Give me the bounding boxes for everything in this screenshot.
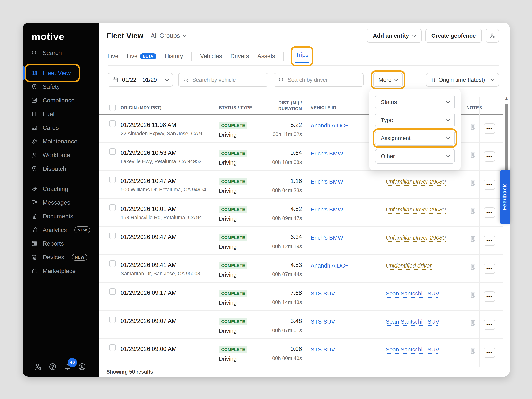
row-checkbox[interactable] bbox=[109, 344, 116, 351]
notifications-button[interactable]: 40 bbox=[63, 362, 72, 371]
sidebar-item-documents[interactable]: Documents bbox=[27, 209, 78, 223]
account-button[interactable] bbox=[78, 362, 86, 371]
bag-icon bbox=[31, 268, 38, 274]
row-menu-button[interactable]: ••• bbox=[484, 291, 495, 302]
tab-vehicles[interactable]: Vehicles bbox=[200, 53, 222, 60]
driver-link[interactable]: Sean Santschi - SUV bbox=[386, 346, 439, 353]
vehicle-search-input[interactable] bbox=[192, 77, 264, 83]
tab-label: History bbox=[165, 53, 183, 60]
sidebar-item-cards[interactable]: Cards bbox=[27, 121, 78, 134]
date-range-picker[interactable]: 01/22 – 01/29 bbox=[108, 73, 173, 87]
driver-link[interactable]: Sean Santschi - SUV bbox=[386, 290, 439, 297]
group-selector[interactable]: All Groups bbox=[151, 32, 186, 39]
add-entity-button[interactable]: Add an entity bbox=[367, 29, 422, 43]
sidebar-item-marketplace[interactable]: Marketplace bbox=[27, 264, 78, 278]
row-menu-button[interactable]: ••• bbox=[484, 236, 495, 246]
scrollbar-up-arrow[interactable]: ▲ bbox=[504, 96, 509, 101]
active-tab-underline bbox=[295, 62, 309, 63]
tab-drivers[interactable]: Drivers bbox=[230, 53, 249, 60]
note-icon[interactable] bbox=[469, 291, 477, 299]
driver-link[interactable]: Sean Santschi - SUV bbox=[386, 318, 439, 325]
sort-button[interactable]: ↑↓ Origin time (latest) bbox=[426, 73, 499, 87]
row-menu-button[interactable]: ••• bbox=[484, 180, 495, 190]
sidebar-item-safety[interactable]: Safety bbox=[27, 80, 78, 94]
driver-link[interactable]: Unfamiliar Driver 29080 bbox=[386, 206, 446, 213]
tab-assets[interactable]: Assets bbox=[257, 53, 275, 60]
sidebar-item-analytics[interactable]: AnalyticsNEW bbox=[27, 223, 78, 237]
admin-user-button[interactable] bbox=[486, 29, 499, 43]
shield-icon bbox=[31, 83, 38, 90]
vehicle-link[interactable]: Erich's BMW bbox=[311, 150, 343, 157]
filter-select-other[interactable]: Other bbox=[375, 149, 455, 164]
row-checkbox[interactable] bbox=[109, 317, 116, 323]
note-icon[interactable] bbox=[469, 263, 477, 272]
vehicle-link[interactable]: Erich's BMW bbox=[311, 178, 343, 185]
tab-label: Live bbox=[127, 53, 138, 60]
note-icon[interactable] bbox=[469, 319, 477, 328]
row-checkbox[interactable] bbox=[109, 120, 116, 127]
sidebar-item-devices[interactable]: DevicesNEW bbox=[27, 250, 78, 264]
feedback-tab[interactable]: Feedback bbox=[500, 170, 510, 224]
note-icon[interactable] bbox=[469, 347, 477, 355]
note-icon[interactable] bbox=[469, 235, 477, 244]
sidebar-item-search[interactable]: Search bbox=[27, 46, 78, 60]
row-menu-button[interactable]: ••• bbox=[484, 208, 495, 218]
table-row: 01/29/2026 09:17 AMCOMPLETEDriving7.6800… bbox=[99, 283, 504, 311]
driver-link[interactable]: Unidentified driver bbox=[386, 262, 432, 269]
tab-live[interactable]: Live bbox=[108, 53, 118, 60]
sidebar-item-messages[interactable]: Messages bbox=[27, 196, 78, 209]
row-checkbox[interactable] bbox=[109, 260, 116, 267]
row-menu-button[interactable]: ••• bbox=[484, 124, 495, 134]
note-icon[interactable] bbox=[469, 207, 477, 215]
vehicle-link[interactable]: Anandh AIDC+ bbox=[311, 262, 348, 269]
sidebar-item-label: Safety bbox=[43, 83, 60, 90]
row-menu-button[interactable]: ••• bbox=[484, 320, 495, 330]
select-all-checkbox[interactable] bbox=[109, 104, 116, 111]
sidebar-item-fleet-view[interactable]: Fleet View bbox=[27, 66, 78, 80]
row-checkbox[interactable] bbox=[109, 148, 116, 155]
vehicle-link[interactable]: STS SUV bbox=[311, 318, 335, 325]
sidebar-item-maintenance[interactable]: Maintenance bbox=[27, 134, 78, 148]
tab-trips[interactable]: Trips bbox=[296, 51, 309, 58]
sidebar-item-dispatch[interactable]: Dispatch bbox=[27, 162, 78, 176]
filter-select-assignment[interactable]: Assignment bbox=[375, 131, 455, 146]
vehicle-link[interactable]: Anandh AIDC+ bbox=[311, 122, 348, 129]
filter-select-status[interactable]: Status bbox=[375, 95, 455, 109]
sidebar-item-label: Messages bbox=[43, 199, 70, 206]
sidebar-item-compliance[interactable]: Compliance bbox=[27, 94, 78, 107]
scrollbar-thumb[interactable] bbox=[505, 104, 508, 176]
driver-link[interactable]: Unfamiliar Driver 29080 bbox=[386, 178, 446, 185]
admin-settings-button[interactable] bbox=[34, 362, 42, 371]
tab-live-beta[interactable]: LiveBETA bbox=[127, 53, 156, 60]
row-checkbox[interactable] bbox=[109, 233, 116, 239]
filter-select-type[interactable]: Type bbox=[375, 113, 455, 127]
sidebar-item-label: Compliance bbox=[43, 97, 75, 104]
sidebar-item-coaching[interactable]: Coaching bbox=[27, 182, 78, 196]
sidebar-item-fuel[interactable]: Fuel bbox=[27, 107, 78, 121]
help-button[interactable] bbox=[48, 362, 57, 371]
note-icon[interactable] bbox=[469, 151, 477, 159]
driver-search-input[interactable] bbox=[288, 77, 359, 83]
row-menu-button[interactable]: ••• bbox=[484, 348, 495, 358]
tab-history[interactable]: History bbox=[165, 53, 183, 60]
vehicle-link[interactable]: Erich's BMW bbox=[311, 234, 343, 241]
row-checkbox[interactable] bbox=[109, 177, 116, 183]
sidebar-item-reports[interactable]: Reports bbox=[27, 237, 78, 250]
notification-count-badge: 40 bbox=[68, 358, 77, 367]
trip-status-badge: COMPLETE bbox=[219, 150, 247, 157]
sidebar-item-label: Search bbox=[43, 49, 62, 57]
create-geofence-button[interactable]: Create geofence bbox=[425, 29, 482, 43]
tab-label: Drivers bbox=[230, 53, 249, 60]
more-filters-button[interactable]: More bbox=[373, 73, 403, 87]
row-checkbox[interactable] bbox=[109, 288, 116, 295]
row-checkbox[interactable] bbox=[109, 204, 116, 211]
row-menu-button[interactable]: ••• bbox=[484, 264, 495, 274]
row-menu-button[interactable]: ••• bbox=[484, 152, 495, 162]
vehicle-link[interactable]: Erich's BMW bbox=[311, 206, 343, 213]
driver-link[interactable]: Unfamiliar Driver 29080 bbox=[386, 234, 446, 241]
vehicle-link[interactable]: STS SUV bbox=[311, 290, 335, 297]
note-icon[interactable] bbox=[469, 123, 477, 132]
vehicle-link[interactable]: STS SUV bbox=[311, 346, 335, 353]
note-icon[interactable] bbox=[469, 179, 477, 188]
sidebar-item-workforce[interactable]: Workforce bbox=[27, 148, 78, 162]
